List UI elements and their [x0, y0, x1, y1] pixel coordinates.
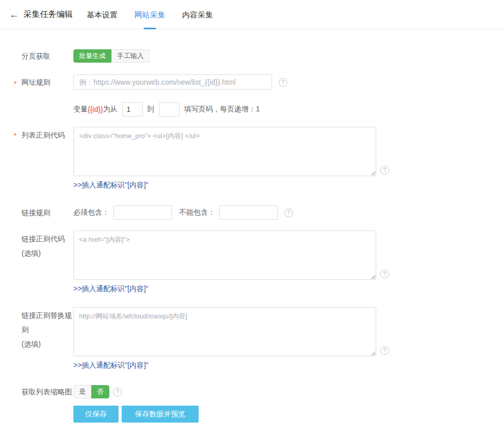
- save-and-preview-button[interactable]: 保存数据并预览: [122, 406, 199, 423]
- link-rule-row: 链接规则 必须包含： 不能包含： ?: [0, 205, 504, 220]
- toggle-no[interactable]: 否: [91, 385, 109, 398]
- toggle-yes[interactable]: 是: [73, 385, 91, 398]
- insert-wildcard-link[interactable]: >>插入通配标识"[内容]": [73, 361, 148, 370]
- must-contain-input[interactable]: [113, 205, 172, 220]
- save-only-button[interactable]: 仅保存: [73, 406, 119, 423]
- url-rule-label: * 网址规则: [0, 75, 73, 89]
- page-to-input[interactable]: [159, 102, 180, 117]
- help-icon[interactable]: ?: [380, 270, 389, 278]
- pagination-toggle: 批量生成 手工输入: [73, 49, 149, 63]
- variable-prefix: 变量: [73, 105, 88, 114]
- pagination-row: 分页获取 批量生成 手工输入: [0, 49, 504, 63]
- list-regex-row: * 列表正则代码 ?: [0, 127, 504, 176]
- toggle-batch-generate[interactable]: 批量生成: [73, 49, 111, 63]
- required-marker: *: [14, 77, 16, 91]
- link-replace-label: 链接正则替换规则 (选填): [0, 307, 73, 351]
- link-regex-row: 链接正则代码 (选填) ?: [0, 231, 504, 280]
- tab-website-collection[interactable]: 网站采集: [134, 0, 165, 29]
- url-rule-input[interactable]: [73, 74, 272, 90]
- required-marker: *: [14, 128, 16, 143]
- insert-wildcard-row: >>插入通配标识"[内容]": [0, 284, 504, 294]
- insert-wildcard-link[interactable]: >>插入通配标识"[内容]": [73, 181, 148, 190]
- not-contain-input[interactable]: [219, 205, 278, 220]
- thumbnail-row: 获取列表缩略图 是 否 ?: [0, 385, 504, 399]
- thumbnail-label: 获取列表缩略图: [0, 385, 73, 399]
- optional-label: (选填): [22, 246, 73, 260]
- page-header: ← 采集任务编辑 基本设置 网站采集 内容采集: [0, 0, 504, 29]
- optional-label: (选填): [22, 337, 73, 351]
- page-from-input[interactable]: [122, 102, 143, 117]
- insert-wildcard-row: >>插入通配标识"[内容]": [0, 361, 504, 370]
- help-icon[interactable]: ?: [380, 346, 389, 355]
- link-replace-textarea[interactable]: [73, 307, 376, 356]
- to-label: 到: [147, 105, 154, 114]
- page-title: 采集任务编辑: [24, 9, 73, 20]
- insert-wildcard-link[interactable]: >>插入通配标识"[内容]": [73, 284, 148, 294]
- tab-basic-settings[interactable]: 基本设置: [87, 0, 118, 29]
- tab-content-collection[interactable]: 内容采集: [182, 0, 213, 29]
- not-contain-label: 不能包含：: [179, 208, 215, 217]
- tab-bar: 基本设置 网站采集 内容采集: [87, 0, 230, 29]
- variable-token: {{id}}: [88, 105, 103, 113]
- link-replace-row: 链接正则替换规则 (选填) ?: [0, 307, 504, 356]
- pagination-label: 分页获取: [0, 49, 73, 63]
- variable-row: 变量{{id}}为从 到 填写页码，每页递增：1: [0, 102, 504, 117]
- link-regex-label: 链接正则代码 (选填): [0, 231, 73, 260]
- list-regex-textarea[interactable]: [73, 127, 376, 176]
- help-icon[interactable]: ?: [284, 208, 293, 217]
- link-rule-label: 链接规则: [0, 205, 73, 220]
- must-contain-label: 必须包含：: [73, 208, 109, 217]
- collection-task-form: 分页获取 批量生成 手工输入 * 网址规则 ? 变量{{id}}为从 到 填写页…: [0, 29, 504, 423]
- help-icon[interactable]: ?: [279, 78, 287, 87]
- toggle-manual-input[interactable]: 手工输入: [111, 49, 149, 63]
- url-rule-row: * 网址规则 ?: [0, 74, 504, 90]
- help-icon[interactable]: ?: [380, 166, 389, 175]
- variable-suffix: 填写页码，每页递增：1: [184, 105, 260, 114]
- variable-mid: 为从: [103, 105, 118, 114]
- insert-wildcard-row: >>插入通配标识"[内容]": [0, 181, 504, 190]
- link-regex-textarea[interactable]: [73, 231, 376, 280]
- actions-row: 仅保存 保存数据并预览: [0, 406, 504, 423]
- back-arrow-icon[interactable]: ←: [9, 10, 24, 20]
- list-regex-label: * 列表正则代码: [0, 127, 73, 142]
- help-icon[interactable]: ?: [113, 388, 122, 396]
- thumbnail-toggle: 是 否: [73, 385, 109, 398]
